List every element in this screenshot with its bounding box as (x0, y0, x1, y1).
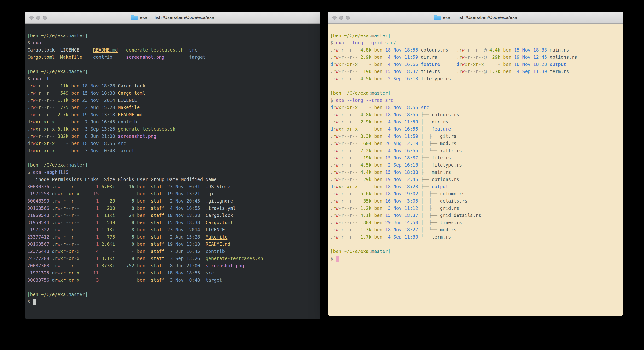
size-segment: 2.9k (358, 119, 372, 124)
permissions: drwxr-xr-x (52, 248, 80, 254)
perm-char: w (33, 105, 36, 110)
text-segment (372, 206, 374, 211)
size-segment: 1.1Ki (102, 227, 115, 232)
terminal-line: .rw-r--r-- 35k ben 16 Nov 3:05 │ ├── det… (330, 197, 621, 204)
dash-segment: - (55, 119, 68, 124)
zoom-button[interactable] (346, 16, 350, 20)
perm-char: - (355, 119, 358, 124)
perm-char: w (58, 256, 60, 261)
perm-char: - (77, 213, 79, 218)
permissions: .rwxr-xr-x (52, 256, 80, 261)
promptPath-segment: [ben ~/C/e/exa (330, 248, 368, 254)
terminal-line: $ (27, 298, 318, 305)
perm-char: r (71, 191, 74, 196)
terminal-line: .rw-r--r-- 4.8k ben 18 Nov 18:55 colours… (330, 46, 621, 54)
blocks-segment: 8 (115, 256, 134, 261)
perm-char: - (49, 90, 52, 96)
perm-char: . (27, 105, 30, 110)
doc-segment: Cargo.toml (27, 54, 55, 60)
title-bar[interactable]: exa — fish /Users/ben/Code/exa/exa (25, 12, 320, 24)
terminal-line: .rw-r--r-- 4.8k ben 18 Nov 18:55 ├── col… (330, 111, 621, 118)
user-segment: ben (374, 119, 382, 124)
date-segment: 3 Sep 13:26 (167, 256, 200, 261)
perm-char: - (49, 141, 52, 146)
perm-char: - (352, 148, 355, 153)
title-bar[interactable]: exa — fish /Users/ben/Code/exa/exa (328, 12, 624, 24)
doc-segment: Makefile (60, 54, 82, 60)
size-segment: 4.1k (358, 213, 372, 218)
perm-char: w (336, 69, 338, 74)
perm-char: r (38, 105, 41, 110)
fg-segment: file.rs (432, 155, 451, 160)
perm-char: - (352, 47, 355, 52)
dash-segment: - (115, 277, 134, 283)
perm-char: - (74, 227, 77, 232)
perm-char: r (341, 234, 344, 240)
perm-char: x (338, 184, 341, 189)
perm-char: r (63, 242, 66, 247)
perm-char: x (77, 248, 79, 254)
permissions: drwxr-xr-x (27, 119, 55, 124)
permissions: drwxr-xr-x (52, 277, 80, 283)
minimize-button[interactable] (339, 16, 343, 20)
terminal-line: 30030336 .rw-r--r-- 1 6.0Ki 16 ben staff… (27, 183, 318, 190)
text-segment (418, 105, 421, 110)
perm-char: x (68, 248, 71, 254)
perm-char: r (38, 83, 41, 88)
perm-char: r (71, 206, 74, 211)
text-segment (115, 141, 118, 146)
terminal-body[interactable]: [ben ~/C/e/exa:master]$ exa --long --gri… (328, 24, 624, 264)
text-segment (134, 234, 137, 240)
perm-char: . (330, 134, 333, 139)
perm-char: - (77, 184, 79, 189)
folder-icon (434, 16, 440, 20)
text-segment (418, 220, 421, 225)
size-segment: 5.6k (358, 191, 372, 196)
close-button[interactable] (30, 16, 34, 20)
text-segment (49, 177, 52, 182)
perm-char: - (66, 227, 68, 232)
text-segment (418, 69, 421, 74)
perm-char: - (338, 47, 341, 52)
tree-segment: │ ├── (421, 206, 440, 211)
size-segment: 373Ki (102, 263, 115, 268)
text-segment (134, 206, 137, 211)
terminal-cursor[interactable] (336, 256, 339, 262)
group-segment: staff (151, 256, 164, 261)
links-segment: 4 (80, 248, 99, 254)
date-segment: 8 Jun 21:00 (167, 263, 200, 268)
perm-char: r (341, 119, 344, 124)
zoom-button[interactable] (43, 16, 47, 20)
size-segment: 384 (358, 220, 372, 225)
text-segment (49, 256, 52, 261)
doc-segment: README.md (118, 112, 142, 117)
perm-char: r (341, 191, 344, 196)
perm-char: r (467, 54, 470, 60)
terminal-window-left: exa — fish /Users/ben/Code/exa/exa [ben … (25, 12, 320, 319)
perm-char: . (330, 191, 333, 196)
fg-segment: Cargo.lock (206, 213, 233, 218)
date-segment: 23 Nov 2014 (167, 227, 200, 232)
text-segment (382, 184, 385, 189)
minimize-button[interactable] (36, 16, 40, 20)
perm-char: w (33, 148, 36, 153)
links-segment: 1 (80, 242, 99, 247)
perm-char: d (27, 119, 30, 124)
fg-segment: mod.rs (440, 141, 456, 146)
size-segment: 2.7k (55, 112, 68, 117)
cmd-segment: exa (33, 76, 41, 81)
fg-segment: Group (151, 177, 164, 182)
perm-char: w (58, 263, 60, 268)
text-segment (372, 198, 374, 204)
text-segment (382, 134, 385, 139)
perm-char: r (30, 141, 32, 146)
text-segment (145, 256, 151, 261)
text-segment (164, 270, 167, 276)
title-group: exa — fish /Users/ben/Code/exa/exa (434, 15, 517, 20)
date-segment: 2 Aug 15:28 (167, 234, 200, 240)
terminal-cursor[interactable] (33, 299, 36, 306)
close-button[interactable] (332, 16, 336, 20)
perm-char: x (36, 141, 38, 146)
terminal-body[interactable]: [ben ~/C/e/exa:master]$ exaCargo.lock LI… (25, 24, 320, 308)
perm-char: - (352, 62, 355, 67)
